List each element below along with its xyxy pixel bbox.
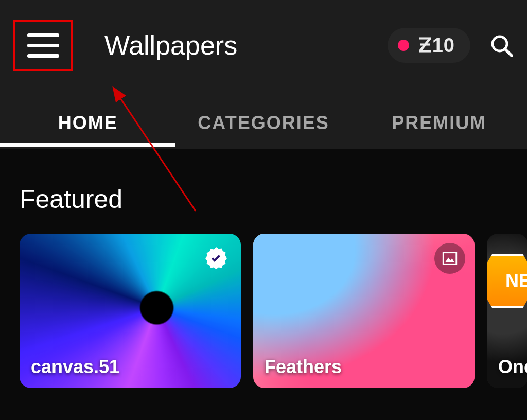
tab-bar: HOME CATEGORIES PREMIUM [0,85,527,147]
svg-rect-2 [443,253,456,265]
new-badge-icon: NE [487,254,527,308]
svg-marker-3 [446,258,454,262]
featured-cards-row: canvas.51 Feathers NE One [20,234,507,388]
featured-card[interactable]: canvas.51 [20,234,241,388]
verified-badge-icon [201,243,232,274]
featured-section: Featured canvas.51 Feathers [0,149,527,388]
tab-premium[interactable]: PREMIUM [352,112,527,147]
svg-line-1 [505,49,512,56]
credits-amount: Ƶ10 [418,34,455,57]
search-button[interactable] [486,30,517,61]
search-icon [489,33,514,58]
card-title: canvas.51 [31,356,119,378]
page-title: Wallpapers [104,30,388,61]
card-title: One [498,356,527,378]
app-header: Wallpapers Ƶ10 HOME CATEGORIES PREMIUM [0,0,527,149]
card-title: Feathers [265,356,342,378]
section-heading: Featured [20,184,507,214]
featured-card[interactable]: NE One [487,234,527,388]
hamburger-icon [27,33,59,58]
tab-home[interactable]: HOME [0,112,175,147]
new-badge-text: NE [505,270,527,292]
image-badge-icon [434,243,465,274]
featured-card[interactable]: Feathers [253,234,475,388]
notification-dot-icon [398,40,409,51]
tab-categories[interactable]: CATEGORIES [175,112,351,147]
menu-button[interactable] [13,20,73,71]
header-row: Wallpapers Ƶ10 [0,14,527,76]
credits-pill[interactable]: Ƶ10 [388,28,470,63]
